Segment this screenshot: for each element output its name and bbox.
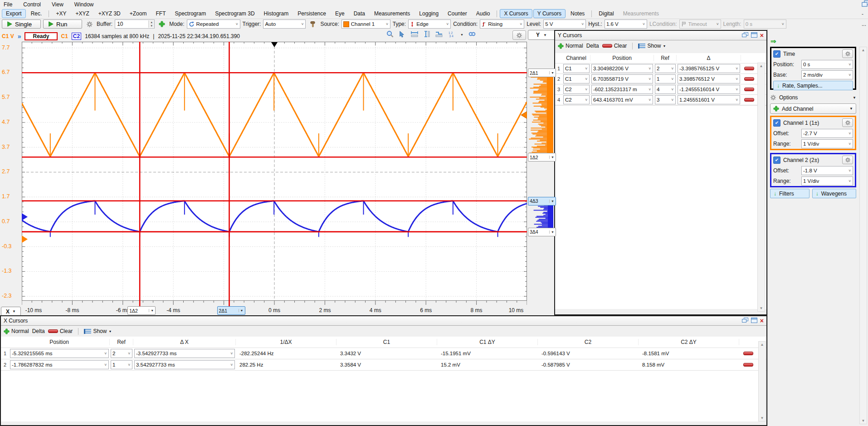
time-checkbox[interactable]: ✔ — [773, 50, 780, 58]
channel1-badge[interactable]: C1 — [61, 33, 68, 39]
cursor-ref-select[interactable]: 4∨ — [655, 85, 676, 94]
cursor-position-select[interactable]: 6.703558719 V∨ — [591, 74, 653, 83]
remove-cursor-button[interactable] — [744, 88, 754, 91]
x-axis-button[interactable]: X▼ — [1, 307, 21, 316]
channel1-checkbox[interactable]: ✔ — [773, 119, 780, 127]
cursor-position-select[interactable]: -1.786287832 ms∨ — [10, 360, 109, 369]
tab-audio[interactable]: Audio — [472, 9, 494, 18]
cursor-position-select[interactable]: 643.4163701 mV∨ — [591, 95, 653, 104]
channel2-offset-select[interactable]: -1.8 V∨ — [801, 166, 853, 175]
x-cursors-titlebar[interactable]: X Cursors × — [1, 316, 766, 326]
tab-data[interactable]: Data — [350, 9, 369, 18]
tab-counter[interactable]: Counter — [444, 9, 471, 18]
y-cursor-marker-2d1[interactable]: 2Δ1▼ — [528, 69, 556, 77]
tab-zoom[interactable]: +Zoom — [126, 9, 151, 18]
channel1-range-select[interactable]: 1 V/div∨ — [801, 139, 853, 148]
run-button[interactable]: Run — [43, 20, 82, 29]
tab-y-cursors[interactable]: Y Cursors — [533, 9, 566, 18]
channel2-range-select[interactable]: 1 V/div∨ — [801, 176, 853, 186]
menu-file[interactable]: File — [4, 1, 12, 8]
show-menu-button[interactable]: Show▼ — [638, 43, 666, 49]
y-axis-button[interactable]: Y▼ — [528, 30, 555, 40]
source-select[interactable]: Channel 1∨ — [341, 20, 390, 29]
panel-close-icon[interactable]: × — [760, 33, 764, 38]
tab-spectrogram[interactable]: Spectrogram — [171, 9, 210, 18]
plot-settings-gear-button[interactable] — [512, 30, 526, 40]
rate-samples-button[interactable]: ↓Rate, Samples... — [773, 81, 853, 90]
panel-restore-icon[interactable] — [742, 318, 748, 324]
mode-select[interactable]: Repeated∨ — [187, 20, 240, 29]
cursor-dx-select[interactable]: 3.542927733 ms∨ — [134, 360, 235, 369]
tab-measurements[interactable]: Measurements — [370, 9, 414, 18]
tab-logging[interactable]: Logging — [415, 9, 443, 18]
tab-histogram[interactable]: Histogram — [260, 9, 293, 18]
y-cursor-marker-3d4[interactable]: 3Δ4▼ — [528, 228, 556, 236]
cursor-channel-select[interactable]: C1∨ — [563, 74, 590, 83]
panel-maximize-icon[interactable] — [751, 318, 757, 324]
add-normal-cursor-button[interactable]: Normal — [4, 328, 29, 334]
cursor-ref-select[interactable]: 2∨ — [111, 349, 132, 358]
y-table-scrollbar[interactable]: ▲▼ — [757, 63, 765, 312]
tab-xyz3d[interactable]: +XYZ 3D — [94, 9, 125, 18]
remove-cursor-button[interactable] — [744, 98, 754, 102]
search-zoom-icon[interactable] — [468, 30, 476, 39]
type-select[interactable]: Edge∨ — [408, 20, 451, 29]
tab-spectrogram3d[interactable]: Spectrogram 3D — [211, 9, 258, 18]
tab-digital[interactable]: Digital — [595, 9, 618, 18]
remove-cursor-button[interactable] — [743, 363, 753, 367]
x-table-scrollbar[interactable]: ▲▼ — [758, 341, 766, 421]
cursor-dx-select[interactable]: -3.542927733 ms∨ — [134, 349, 235, 358]
tab-rec[interactable]: Rec. — [27, 9, 46, 18]
tab-xyz[interactable]: +XYZ — [71, 9, 93, 18]
cursor-channel-select[interactable]: C2∨ — [563, 85, 590, 94]
cursor-ref-select[interactable]: 3∨ — [655, 95, 676, 104]
cursor-position-select[interactable]: -602.135231317 m∨ — [591, 85, 653, 94]
y-axis-source-label[interactable]: C1 V — [2, 33, 14, 39]
single-button[interactable]: Single — [2, 20, 41, 29]
channel1-gear-button[interactable] — [842, 118, 853, 127]
cursor-delta-select[interactable]: -3.3985765125 V∨ — [678, 64, 740, 73]
tab-persistence[interactable]: Persistence — [293, 9, 330, 18]
tab-notes[interactable]: Notes — [566, 9, 589, 18]
zoom-in-icon[interactable] — [386, 30, 394, 39]
trigger-select[interactable]: Auto∨ — [263, 20, 306, 29]
cursor-channel-select[interactable]: C2∨ — [563, 95, 590, 104]
step-measure-icon[interactable] — [435, 31, 443, 39]
vertical-measure-icon[interactable] — [424, 30, 430, 39]
sidebar-scrollbar[interactable]: ▲▼ — [859, 47, 867, 424]
cursor-ref-select[interactable]: 1∨ — [111, 360, 132, 369]
remove-cursor-button[interactable] — [744, 67, 754, 70]
x-cursor-marker-1d2[interactable]: 1Δ2▼ — [127, 306, 156, 315]
panel-restore-icon[interactable] — [742, 32, 748, 39]
tab-overflow-dash[interactable]: - — [862, 11, 863, 17]
time-gear-button[interactable] — [842, 49, 853, 58]
y-cursor-marker-1d2[interactable]: 1Δ2▼ — [528, 153, 556, 162]
y-cursors-titlebar[interactable]: Y Cursors × — [555, 31, 766, 40]
x-cursor-marker-2d1[interactable]: 2Δ1▼ — [217, 306, 245, 315]
remove-cursor-button[interactable] — [744, 77, 754, 81]
cursor-delta-select[interactable]: 1.245551601 V∨ — [678, 95, 740, 104]
show-menu-button[interactable]: Show▼ — [84, 328, 112, 334]
cursor-position-select[interactable]: -5.329215565 ms∨ — [10, 349, 109, 358]
tab-export[interactable]: Export — [2, 9, 26, 18]
remove-cursor-button[interactable] — [743, 352, 753, 355]
buffer-spinner[interactable]: 10▲▼ — [115, 20, 155, 29]
add-plot-plus-icon[interactable] — [157, 20, 167, 29]
filters-button[interactable]: ↓Filters — [770, 189, 809, 198]
clear-cursors-button[interactable]: Clear — [602, 43, 627, 49]
toolbar-more[interactable]: ... — [862, 21, 866, 27]
menu-view[interactable]: View — [52, 1, 63, 8]
time-base-select[interactable]: 2 ms/div∨ — [801, 70, 853, 79]
clear-cursors-button[interactable]: Clear — [48, 328, 73, 334]
cursor-channel-select[interactable]: C1∨ — [563, 64, 590, 73]
tab-fft[interactable]: FFT — [151, 9, 170, 18]
window-restore-icon[interactable] — [862, 0, 868, 9]
add-delta-cursor-button[interactable]: Delta — [586, 43, 599, 49]
menu-window[interactable]: Window — [74, 1, 94, 8]
tab-x-cursors[interactable]: X Cursors — [500, 9, 532, 18]
condition-select[interactable]: Rising∨ — [480, 20, 524, 29]
add-delta-cursor-button[interactable]: Delta — [32, 328, 45, 334]
cursor-position-select[interactable]: 3.304982206 V∨ — [591, 64, 653, 73]
scope-plot[interactable] — [22, 42, 527, 307]
hyst-select[interactable]: 1.6 V∨ — [605, 20, 647, 29]
